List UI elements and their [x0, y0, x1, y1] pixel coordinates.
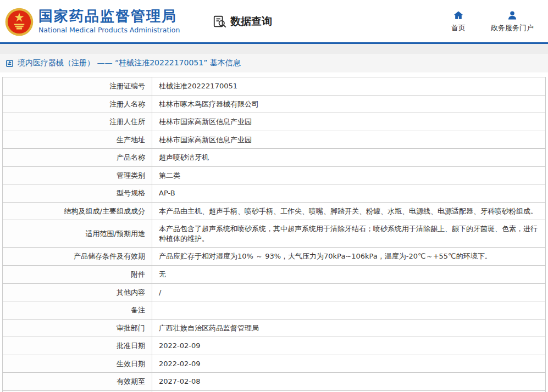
table-row: 附件 无	[3, 266, 546, 284]
row-value: /	[152, 283, 546, 301]
header-sub-band	[0, 44, 548, 54]
row-value: 本产品包含了超声系统和喷砂系统，其中超声系统用于清除牙结石；喷砂系统用于清除龈上…	[152, 220, 546, 248]
row-value: 第二类	[152, 166, 546, 184]
row-label: 产品储存条件及有效期	[3, 248, 152, 266]
row-value	[152, 301, 546, 320]
info-table: 注册证编号 桂械注准20222170051 注册人名称 桂林市啄木鸟医疗器械有限…	[2, 77, 546, 392]
row-value: 产品应贮存于相对湿度为10% ～ 93%，大气压力为70kPa~106kPa，温…	[152, 248, 546, 266]
home-icon	[453, 10, 464, 21]
row-value: 桂林市国家高新区信息产业园	[152, 131, 546, 149]
breadcrumb-text: 境内医疗器械（注册） —— “桂械注准20222170051” 基本信息	[18, 58, 241, 68]
row-label: 注册人住所	[3, 113, 152, 131]
row-value: 桂械注准20222170051	[152, 77, 546, 96]
row-label: 审批部门	[3, 319, 152, 337]
table-row: 型号规格 AP-B	[3, 184, 546, 203]
breadcrumb: 境内医疗器械（注册） —— “桂械注准20222170051” 基本信息	[0, 54, 548, 72]
row-label: 注册证编号	[3, 77, 152, 96]
table-row: 产品名称 超声喷砂洁牙机	[3, 149, 546, 167]
data-query-nav[interactable]: 数据查询	[213, 14, 272, 29]
table-row: 注册人住所 桂林市国家高新区信息产业园	[3, 113, 546, 131]
row-value: 无	[152, 266, 546, 284]
row-label: 附件	[3, 266, 152, 284]
table-row: 适用范围/预期用途 本产品包含了超声系统和喷砂系统，其中超声系统用于清除牙结石；…	[3, 220, 546, 248]
row-label: 适用范围/预期用途	[3, 220, 152, 248]
table-row: 生效日期 2022-02-09	[3, 355, 546, 373]
row-label: 注册人名称	[3, 95, 152, 113]
row-label: 有效期至	[3, 373, 152, 391]
row-label: 产品名称	[3, 149, 152, 167]
nav-portal-label: 政务服务门户	[491, 23, 534, 33]
agency-name-cn: 国家药品监督管理局	[38, 8, 180, 25]
table-row: 其他内容 /	[3, 283, 546, 301]
data-query-label: 数据查询	[230, 14, 272, 29]
row-value: 广西壮族自治区药品监督管理局	[152, 319, 546, 337]
row-label: 型号规格	[3, 184, 152, 203]
row-label: 生产地址	[3, 131, 152, 149]
row-label: 其他内容	[3, 283, 152, 301]
table-row: 审批部门 广西壮族自治区药品监督管理局	[3, 319, 546, 337]
info-table-container: 注册证编号 桂械注准20222170051 注册人名称 桂林市啄木鸟医疗器械有限…	[0, 72, 548, 392]
row-label: 备注	[3, 301, 152, 320]
agency-name-en: National Medical Products Administration	[38, 26, 180, 34]
table-row: 生产地址 桂林市国家高新区信息产业园	[3, 131, 546, 149]
row-label: 结构及组成/主要组成成分	[3, 202, 152, 220]
table-row: 批准日期 2022-02-09	[3, 337, 546, 355]
table-row: 管理类别 第二类	[3, 166, 546, 184]
table-row: 产品储存条件及有效期 产品应贮存于相对湿度为10% ～ 93%，大气压力为70k…	[3, 248, 546, 266]
table-row: 注册证编号 桂械注准20222170051	[3, 77, 546, 96]
row-value: AP-B	[152, 184, 546, 203]
data-query-icon	[213, 14, 227, 29]
row-label: 批准日期	[3, 337, 152, 355]
row-value: 桂林市国家高新区信息产业园	[152, 113, 546, 131]
national-emblem-logo	[4, 7, 34, 37]
table-row: 结构及组成/主要组成成分 本产品由主机、超声手柄、喷砂手柄、工作尖、喷嘴、脚踏开…	[3, 202, 546, 220]
site-header: 国家药品监督管理局 National Medical Products Admi…	[0, 0, 548, 44]
nav-home-label: 首页	[451, 23, 466, 33]
row-value: 2022-02-09	[152, 337, 546, 355]
nav-portal[interactable]: 政务服务门户	[491, 10, 534, 33]
agency-title: 国家药品监督管理局 National Medical Products Admi…	[38, 8, 180, 34]
row-label: 生效日期	[3, 355, 152, 373]
return-icon	[5, 59, 14, 68]
table-row: 有效期至 2027-02-08	[3, 373, 546, 391]
table-row: 备注	[3, 301, 546, 320]
nav-home[interactable]: 首页	[451, 10, 466, 33]
table-row: 注册人名称 桂林市啄木鸟医疗器械有限公司	[3, 95, 546, 113]
row-value: 本产品由主机、超声手柄、喷砂手柄、工作尖、喷嘴、脚踏开关、粉罐、水瓶、电源线、电…	[152, 202, 546, 220]
user-icon	[507, 10, 518, 21]
row-label: 管理类别	[3, 166, 152, 184]
row-value: 桂林市啄木鸟医疗器械有限公司	[152, 95, 546, 113]
row-value: 2027-02-08	[152, 373, 546, 391]
row-value: 超声喷砂洁牙机	[152, 149, 546, 167]
row-value: 2022-02-09	[152, 355, 546, 373]
